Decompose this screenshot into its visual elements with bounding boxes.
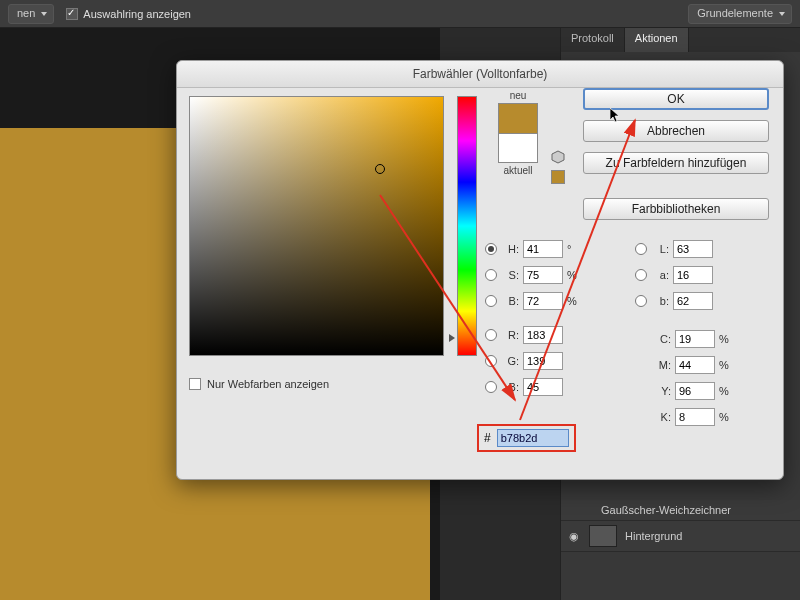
- new-color-label: neu: [491, 90, 545, 101]
- label-s: S:: [501, 269, 519, 281]
- label-l: L:: [651, 243, 669, 255]
- saturation-value-field[interactable]: [189, 96, 444, 356]
- l-field[interactable]: [673, 240, 713, 258]
- label-b: B:: [501, 295, 519, 307]
- checkbox-icon: [66, 8, 78, 20]
- radio-r[interactable]: [485, 329, 497, 341]
- unit: %: [719, 333, 733, 345]
- label-lab-b: b:: [651, 295, 669, 307]
- label-b2: B:: [501, 381, 519, 393]
- grundelemente-button[interactable]: Grundelemente: [688, 4, 792, 24]
- blue-field[interactable]: [523, 378, 563, 396]
- layer-row-background[interactable]: ◉ Hintergrund: [561, 521, 800, 552]
- radio-a[interactable]: [635, 269, 647, 281]
- radio-b[interactable]: [485, 295, 497, 307]
- k-field[interactable]: [675, 408, 715, 426]
- dialog-title: Farbwähler (Volltonfarbe): [177, 61, 783, 88]
- hue-slider[interactable]: [457, 96, 477, 356]
- brightness-field[interactable]: [523, 292, 563, 310]
- label-k: K:: [653, 411, 671, 423]
- toolbar-dropdown[interactable]: nen: [8, 4, 54, 24]
- radio-g[interactable]: [485, 355, 497, 367]
- label-g: G:: [501, 355, 519, 367]
- label-h: H:: [501, 243, 519, 255]
- s-field[interactable]: [523, 266, 563, 284]
- ok-button[interactable]: OK: [583, 88, 769, 110]
- r-field[interactable]: [523, 326, 563, 344]
- label-r: R:: [501, 329, 519, 341]
- hex-input[interactable]: [497, 429, 569, 447]
- layer-thumbnail: [589, 525, 617, 547]
- hex-row: #: [477, 424, 576, 452]
- tab-protokoll[interactable]: Protokoll: [561, 28, 625, 52]
- radio-l[interactable]: [635, 243, 647, 255]
- mouse-cursor-icon: [610, 108, 622, 124]
- sv-cursor: [375, 164, 385, 174]
- a-field[interactable]: [673, 266, 713, 284]
- web-colors-only-checkbox[interactable]: Nur Webfarben anzeigen: [189, 378, 329, 390]
- radio-lab-b[interactable]: [635, 295, 647, 307]
- hsb-rgb-fields: H:° S:% B:% R: G: B:: [485, 236, 581, 400]
- unit: %: [719, 359, 733, 371]
- hue-slider-thumb[interactable]: [449, 334, 455, 342]
- color-libraries-button[interactable]: Farbbibliotheken: [583, 198, 769, 220]
- tab-aktionen[interactable]: Aktionen: [625, 28, 689, 52]
- current-color-swatch[interactable]: [498, 133, 538, 163]
- add-to-swatches-button[interactable]: Zu Farbfeldern hinzufügen: [583, 152, 769, 174]
- unit-pct: %: [567, 269, 581, 281]
- layer-label: Gaußscher-Weichzeichner: [601, 504, 731, 516]
- current-color-label: aktuell: [491, 165, 545, 176]
- app-toolbar: nen Auswahlring anzeigen Grundelemente: [0, 0, 800, 28]
- unit: %: [719, 411, 733, 423]
- panel-tabs: Protokoll Aktionen: [561, 28, 800, 52]
- radio-b2[interactable]: [485, 381, 497, 393]
- g-field[interactable]: [523, 352, 563, 370]
- lab-b-field[interactable]: [673, 292, 713, 310]
- label-y: Y:: [653, 385, 671, 397]
- checkbox-icon: [189, 378, 201, 390]
- mini-swatch[interactable]: [551, 170, 565, 184]
- color-picker-dialog: Farbwähler (Volltonfarbe) neu aktuell OK…: [176, 60, 784, 480]
- checkbox-label: Auswahlring anzeigen: [83, 8, 191, 20]
- h-field[interactable]: [523, 240, 563, 258]
- c-field[interactable]: [675, 330, 715, 348]
- cmyk-fields: C:% M:% Y:% K:%: [653, 326, 733, 430]
- eye-icon[interactable]: ◉: [569, 530, 581, 543]
- lab-fields: L: a: b:: [635, 236, 713, 314]
- label-c: C:: [653, 333, 671, 345]
- label-a: a:: [651, 269, 669, 281]
- svg-marker-0: [552, 151, 564, 163]
- unit-pct2: %: [567, 295, 581, 307]
- radio-s[interactable]: [485, 269, 497, 281]
- radio-h[interactable]: [485, 243, 497, 255]
- hash-label: #: [484, 431, 491, 445]
- new-color-swatch: [498, 103, 538, 133]
- web-colors-label: Nur Webfarben anzeigen: [207, 378, 329, 390]
- unit-deg: °: [567, 243, 581, 255]
- cube-icon: [551, 150, 565, 164]
- layer-label: Hintergrund: [625, 530, 682, 542]
- m-field[interactable]: [675, 356, 715, 374]
- layer-row-blur[interactable]: Gaußscher-Weichzeichner: [561, 500, 800, 521]
- selection-ring-checkbox[interactable]: Auswahlring anzeigen: [66, 8, 191, 20]
- label-m: M:: [653, 359, 671, 371]
- unit: %: [719, 385, 733, 397]
- y-field[interactable]: [675, 382, 715, 400]
